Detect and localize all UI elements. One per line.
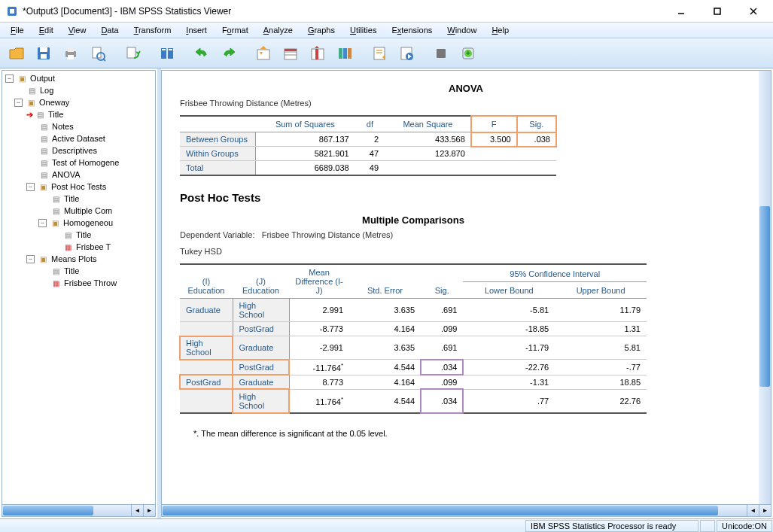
print-button[interactable] bbox=[59, 41, 83, 65]
scroll-left-icon[interactable]: ◄ bbox=[747, 505, 759, 516]
goto-data-button[interactable] bbox=[251, 41, 275, 65]
stop-button[interactable] bbox=[429, 41, 453, 65]
maximize-button[interactable] bbox=[707, 4, 728, 19]
tree-title4[interactable]: ▤Title bbox=[4, 265, 154, 277]
tree-oneway[interactable]: −▣Oneway bbox=[4, 96, 154, 108]
menu-edit[interactable]: Edit bbox=[32, 24, 61, 36]
open-button[interactable] bbox=[5, 41, 29, 65]
export-button[interactable] bbox=[120, 41, 145, 65]
svg-rect-38 bbox=[437, 49, 446, 58]
app-icon bbox=[6, 5, 18, 17]
table-icon: ▤ bbox=[50, 206, 61, 215]
menu-graphs[interactable]: Graphs bbox=[300, 24, 342, 36]
anova-row-within[interactable]: Within Groups 5821.901 47 123.870 bbox=[180, 147, 556, 161]
collapse-icon[interactable]: − bbox=[5, 74, 14, 83]
tree-hsub[interactable]: −▣Homogeneou bbox=[4, 217, 154, 229]
menu-data[interactable]: Data bbox=[93, 24, 126, 36]
scroll-left-icon[interactable]: ◄ bbox=[131, 505, 143, 516]
menu-format[interactable]: Format bbox=[215, 24, 256, 36]
svg-rect-7 bbox=[40, 47, 47, 52]
output-icon: ▣ bbox=[17, 74, 27, 83]
mc-footnote: *. The mean difference is significant at… bbox=[180, 429, 752, 438]
content-hscroll[interactable]: ◄ ► bbox=[162, 504, 771, 516]
select-button[interactable] bbox=[333, 41, 357, 65]
tree-title2[interactable]: ▤Title bbox=[4, 193, 154, 205]
save-button[interactable] bbox=[32, 41, 56, 65]
collapse-icon[interactable]: − bbox=[38, 219, 47, 227]
tree-frisbee2[interactable]: ▦Frisbee Throw bbox=[4, 277, 154, 289]
anova-row-between[interactable]: Between Groups 867.137 2 433.568 3.500 .… bbox=[180, 132, 556, 147]
mc-row[interactable]: High SchoolGraduate-2.9913.635.691-11.79… bbox=[180, 336, 647, 360]
run-button[interactable] bbox=[394, 41, 418, 65]
collapse-icon[interactable]: − bbox=[26, 255, 35, 263]
tree-frisbee[interactable]: ▦Frisbee T bbox=[4, 241, 154, 253]
tree-mcomp[interactable]: ▤Multiple Com bbox=[4, 205, 154, 217]
mc-row[interactable]: GraduateHigh School2.9913.635.691-5.8111… bbox=[180, 299, 647, 322]
outline-panel: −▣Output ▤Log −▣Oneway ➔▤Title ▤Notes ▤A… bbox=[2, 70, 156, 517]
mc-row[interactable]: PostGrad-8.7734.164.099-18.851.31 bbox=[180, 322, 647, 336]
insert-text-button[interactable] bbox=[367, 41, 391, 65]
undo-button[interactable] bbox=[190, 41, 214, 65]
col-ci: 95% Confidence Interval bbox=[463, 264, 647, 281]
menu-extensions[interactable]: Extensions bbox=[384, 24, 440, 36]
tree-anova[interactable]: ▤ANOVA bbox=[4, 169, 154, 181]
dataset-icon: ▤ bbox=[38, 134, 49, 143]
preview-button[interactable] bbox=[86, 41, 110, 65]
tree-title[interactable]: ➔▤Title bbox=[4, 108, 154, 120]
dialog-recall-button[interactable] bbox=[155, 41, 179, 65]
scroll-thumb[interactable] bbox=[3, 506, 93, 515]
table-icon: ▤ bbox=[38, 146, 49, 155]
status-processor: IBM SPSS Statistics Processor is ready bbox=[525, 520, 698, 532]
minimize-button[interactable] bbox=[671, 4, 692, 19]
titlebar: *Output3 [Document3] - IBM SPSS Statisti… bbox=[0, 0, 773, 23]
svg-text:+: + bbox=[466, 49, 470, 57]
tree-homogeneity[interactable]: ▤Test of Homogene bbox=[4, 157, 154, 169]
output-viewer[interactable]: ANOVA Frisbee Throwing Distance (Metres)… bbox=[162, 71, 771, 504]
scroll-thumb[interactable] bbox=[163, 506, 718, 515]
redo-button[interactable] bbox=[217, 41, 241, 65]
variables-button[interactable] bbox=[306, 41, 330, 65]
scroll-right-icon[interactable]: ► bbox=[143, 505, 155, 516]
collapse-icon[interactable]: − bbox=[26, 183, 35, 191]
menu-analyze[interactable]: Analyze bbox=[256, 24, 300, 36]
menu-transform[interactable]: Transform bbox=[126, 24, 179, 36]
chart-icon: ▦ bbox=[50, 278, 61, 287]
mc-row[interactable]: PostGrad-11.764*4.544.034-22.76-.77 bbox=[180, 360, 647, 375]
svg-rect-30 bbox=[348, 48, 352, 59]
menu-view[interactable]: View bbox=[61, 24, 94, 36]
anova-table[interactable]: Sum of Squares df Mean Square F Sig. Bet… bbox=[180, 115, 556, 176]
tree-descriptives[interactable]: ▤Descriptives bbox=[4, 144, 154, 157]
svg-line-14 bbox=[103, 59, 105, 61]
mc-row[interactable]: PostGradGraduate8.7734.164.099-1.3118.85 bbox=[180, 375, 647, 389]
anova-row-total[interactable]: Total 6689.038 49 bbox=[180, 161, 556, 176]
mc-row[interactable]: High School11.764*4.544.034.7722.76 bbox=[180, 389, 647, 413]
content-vscroll[interactable] bbox=[759, 71, 771, 504]
menu-file[interactable]: File bbox=[3, 24, 32, 36]
collapse-icon[interactable]: − bbox=[14, 99, 23, 107]
designate-button[interactable]: + bbox=[456, 41, 480, 65]
tree-posthoc[interactable]: −▣Post Hoc Tests bbox=[4, 181, 154, 193]
outline-hscroll[interactable]: ◄ ► bbox=[2, 504, 155, 516]
scroll-thumb[interactable] bbox=[759, 206, 770, 387]
col-md: Mean Difference (I-J) bbox=[289, 264, 349, 299]
scroll-right-icon[interactable]: ► bbox=[759, 505, 771, 516]
mc-table[interactable]: (I) Education (J) Education Mean Differe… bbox=[180, 263, 647, 414]
menu-window[interactable]: Window bbox=[440, 24, 484, 36]
mc-title: Multiple Comparisons bbox=[180, 214, 647, 226]
goto-case-button[interactable] bbox=[278, 41, 303, 65]
tree-active-dataset[interactable]: ▤Active Dataset bbox=[4, 132, 154, 144]
close-button[interactable] bbox=[743, 4, 764, 19]
tree-mplots[interactable]: −▣Means Plots bbox=[4, 253, 154, 265]
tree-title3[interactable]: ▤Title bbox=[4, 229, 154, 241]
notes-icon: ▤ bbox=[38, 122, 49, 131]
svg-rect-20 bbox=[257, 50, 269, 59]
col-j: (J) Education bbox=[233, 264, 289, 299]
outline-tree[interactable]: −▣Output ▤Log −▣Oneway ➔▤Title ▤Notes ▤A… bbox=[2, 71, 155, 504]
menu-insert[interactable]: Insert bbox=[178, 24, 215, 36]
menu-help[interactable]: Help bbox=[484, 24, 516, 36]
title-icon: ▤ bbox=[62, 230, 73, 239]
tree-output[interactable]: −▣Output bbox=[4, 72, 154, 84]
menu-utilities[interactable]: Utilities bbox=[342, 24, 384, 36]
tree-log[interactable]: ▤Log bbox=[4, 84, 154, 96]
tree-notes[interactable]: ▤Notes bbox=[4, 120, 154, 132]
